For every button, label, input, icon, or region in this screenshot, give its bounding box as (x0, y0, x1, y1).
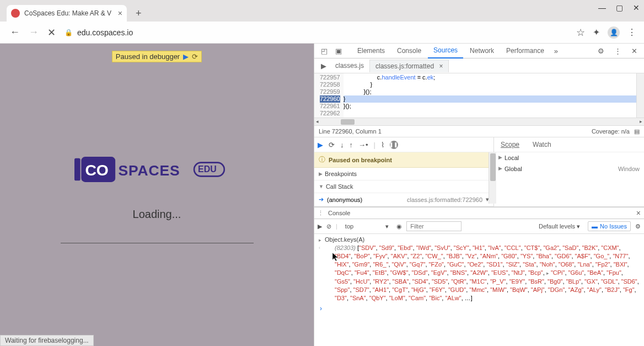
page-content: Paused in debugger ▶ ⟳ CO SPACES EDU Loa… (0, 44, 314, 346)
tab-console[interactable]: Console (391, 44, 427, 58)
file-tabs: ▶ classes.js classes.js:formatted × (314, 58, 644, 73)
tab-close-icon[interactable]: × (118, 9, 122, 18)
step-button[interactable]: →• (358, 141, 368, 149)
back-button[interactable]: ← (6, 24, 24, 40)
devtools-panel: ◰ ▣ Elements Console Sources Network Per… (314, 44, 644, 346)
more-tabs-icon[interactable]: » (551, 45, 561, 57)
tab-sources[interactable]: Sources (428, 43, 463, 58)
debugger-left-pane: ▶ ⟳ ↓ ↑ →• | ⌇ ❚❚ ⓘ Paused on breakpoint… (314, 137, 494, 206)
console-toolbar: ▶ ⊘ | top ▾ ◉ Default levels ▾ ▬ No Issu… (314, 219, 644, 234)
console-prompt[interactable]: › (320, 305, 640, 312)
svg-text:EDU: EDU (198, 164, 217, 174)
log-levels-select[interactable]: Default levels ▾ (535, 222, 583, 231)
code-horizontal-scrollbar[interactable]: ◂ ▸ (314, 118, 644, 125)
lock-icon: 🔒 (65, 29, 73, 36)
svg-rect-0 (74, 158, 80, 181)
coverage-status: Coverage: n/a (592, 128, 630, 135)
resume-icon[interactable]: ▶ (183, 52, 189, 61)
file-tab-formatted[interactable]: classes.js:formatted × (369, 60, 449, 72)
deactivate-breakpoints-button[interactable]: ⌇ (381, 141, 384, 149)
console-expression: Object.keys(A) (325, 236, 364, 243)
address-bar: ← → ✕ 🔒 edu.cospaces.io ☆ ✦ 👤 ⋮ (0, 22, 644, 44)
step-into-button[interactable]: ↓ (340, 141, 344, 149)
forward-button[interactable]: → (24, 24, 43, 40)
console-filter-input[interactable] (406, 221, 461, 231)
console-output[interactable]: ▸ Object.keys(A) ‹ (82303) ["SDV", "Sd9"… (314, 234, 644, 346)
close-file-icon[interactable]: × (439, 62, 443, 70)
window-titlebar: CoSpaces Edu: Make AR & V × + — ▢ ✕ (0, 0, 644, 22)
debug-scrollbar[interactable] (489, 152, 496, 204)
debugger-right-pane: Scope Watch ▶ Local ▶ Global Window (494, 137, 644, 206)
editor-status-bar: Line 722960, Column 1 Coverage: n/a ▤ (314, 125, 644, 137)
cospaces-logo: CO SPACES EDU (74, 154, 240, 185)
settings-icon[interactable]: ⚙ (594, 45, 608, 57)
output-indicator-icon: ‹ (319, 245, 320, 302)
code-editor[interactable]: 722957722958722959722960722961722962 c.h… (314, 73, 644, 118)
extensions-icon[interactable]: ✦ (593, 27, 600, 38)
stop-button[interactable]: ✕ (43, 24, 60, 41)
watch-tab[interactable]: Watch (526, 138, 558, 151)
step-icon[interactable]: ⟳ (192, 52, 198, 61)
step-out-button[interactable]: ↑ (350, 141, 353, 149)
svg-text:CO: CO (85, 161, 108, 179)
favicon-icon (11, 9, 20, 18)
devtools-tabs: ◰ ▣ Elements Console Sources Network Per… (314, 44, 644, 58)
no-issues-badge[interactable]: ▬ No Issues (588, 221, 631, 231)
callstack-section[interactable]: ▼ Call Stack (314, 180, 493, 193)
console-array-output: (82303) ["SDV", "Sd9", "Ebd", "IWd", "Sv… (335, 244, 640, 302)
svg-text:SPACES: SPACES (118, 162, 180, 179)
collapse-icon: ▼ (319, 184, 324, 189)
device-icon[interactable]: ▣ (332, 45, 345, 57)
close-window-icon[interactable]: ✕ (633, 3, 640, 12)
code-vertical-scrollbar[interactable] (636, 73, 644, 118)
scope-global[interactable]: ▶ Global Window (494, 163, 644, 174)
menu-icon[interactable]: ⋮ (627, 27, 636, 38)
maximize-icon[interactable]: ▢ (616, 3, 623, 12)
live-expression-icon[interactable]: ◉ (396, 223, 402, 230)
inspect-icon[interactable]: ◰ (318, 45, 331, 57)
new-tab-button[interactable]: + (131, 6, 146, 22)
scope-local[interactable]: ▶ Local (494, 152, 644, 163)
expand-result-icon[interactable]: ▸ (319, 237, 321, 243)
pause-text: Paused in debugger (116, 52, 180, 61)
bookmark-icon[interactable]: ☆ (576, 26, 585, 39)
resume-button[interactable]: ▶ (318, 141, 323, 149)
close-devtools-icon[interactable]: ✕ (628, 45, 641, 57)
profile-avatar[interactable]: 👤 (608, 26, 620, 39)
loading-progress (61, 243, 254, 243)
url-text: edu.cospaces.io (77, 28, 133, 37)
pause-exceptions-button[interactable]: ❚❚ (390, 141, 398, 149)
tab-performance[interactable]: Performance (501, 44, 550, 58)
console-settings-icon[interactable]: ⚙ (635, 223, 641, 230)
kebab-icon[interactable]: ⋮ (611, 45, 625, 57)
tab-title: CoSpaces Edu: Make AR & V (24, 9, 115, 17)
breakpoints-section[interactable]: ▶ Breakpoints (314, 168, 493, 180)
minimize-icon[interactable]: — (598, 3, 606, 12)
console-menu-icon[interactable]: ⋮ (318, 210, 324, 217)
step-over-button[interactable]: ⟳ (329, 141, 335, 149)
tab-elements[interactable]: Elements (352, 44, 390, 58)
debugger-toolbar: ▶ ⟳ ↓ ↑ →• | ⌇ ❚❚ (314, 137, 493, 152)
stack-frame[interactable]: ➔ (anonymous) classes.js:formatted:72296… (314, 193, 493, 206)
cursor-icon (332, 252, 340, 262)
browser-tab[interactable]: CoSpaces Edu: Make AR & V × (7, 5, 127, 22)
clear-console-icon[interactable]: ⊘ (326, 223, 331, 230)
navigator-icon[interactable]: ▶ (318, 60, 330, 72)
tab-network[interactable]: Network (464, 44, 500, 58)
info-icon: ⓘ (319, 155, 325, 164)
browser-status-bar: Waiting for firebaselogging... (0, 335, 94, 346)
context-select[interactable]: top ▾ (342, 222, 392, 231)
file-tab-classes[interactable]: classes.js (330, 60, 369, 72)
console-title: Console (328, 210, 350, 216)
cursor-position: Line 722960, Column 1 (319, 128, 382, 135)
url-field[interactable]: 🔒 edu.cospaces.io (60, 28, 576, 37)
console-drawer-header: ⋮ Console × (314, 207, 644, 219)
coverage-icon[interactable]: ▤ (634, 128, 640, 135)
scope-tab[interactable]: Scope (494, 138, 526, 151)
debugger-pause-banner: Paused in debugger ▶ ⟳ (112, 51, 202, 62)
paused-message: ⓘ Paused on breakpoint (314, 152, 493, 168)
close-console-icon[interactable]: × (636, 209, 641, 217)
current-frame-icon: ➔ (319, 196, 324, 203)
console-sidebar-icon[interactable]: ▶ (318, 223, 322, 230)
expand-icon: ▶ (319, 171, 323, 177)
